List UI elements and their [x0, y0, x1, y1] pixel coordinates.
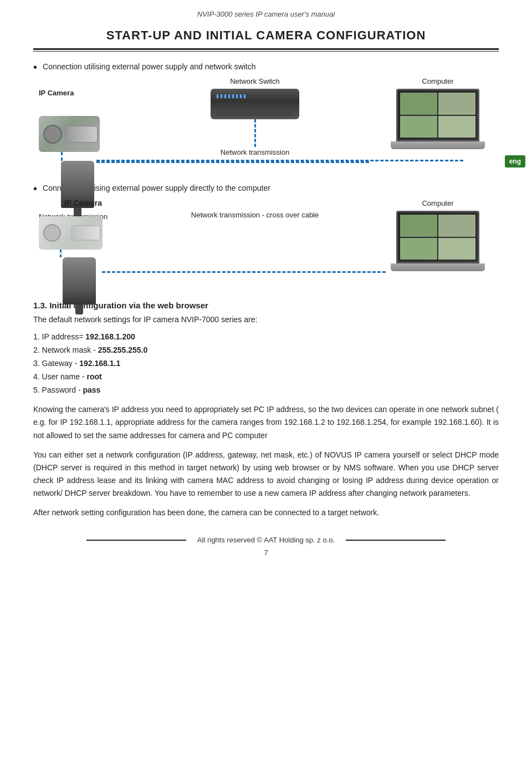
setting-5: 5. Password - pass	[33, 384, 499, 396]
laptop-base-1	[391, 141, 485, 149]
eng-badge: eng	[505, 155, 525, 167]
ip-camera-label-2: IP Camera	[39, 199, 127, 207]
diagram2: IP Camera Computer Network transmi	[33, 199, 499, 273]
laptop-screen-1	[396, 89, 479, 141]
footer: All rights reserved © AAT Holding sp. z …	[33, 536, 499, 544]
network-switch-label: Network Switch	[205, 77, 305, 85]
footer-rule-left	[86, 540, 186, 541]
footer-text: All rights reserved © AAT Holding sp. z …	[197, 536, 335, 544]
setting-4: 4. User name - root	[33, 371, 499, 383]
doc-title: NVIP-3000 series IP camera user's manual	[33, 10, 499, 18]
network-transmission-crossover-label: Network transmission - cross over cable	[191, 211, 319, 219]
para-2: You can either set a network configurati…	[33, 449, 499, 500]
bullet-icon-1: •	[33, 60, 37, 74]
setting-1: 1. IP address= 192.168.1.200	[33, 331, 499, 343]
para-3: After network setting configuration has …	[33, 506, 499, 519]
psu-image-2	[63, 257, 96, 304]
switch-image	[211, 89, 299, 119]
bullet-item-1: • Connection utilising external power su…	[33, 62, 499, 74]
section-title: START-UP AND INITIAL CAMERA CONFIGURATIO…	[33, 28, 499, 43]
ip-camera-label-1: IP Camera	[39, 89, 74, 97]
camera-image-1	[39, 116, 100, 152]
diagram1: Network Switch Computer IP Camera	[33, 77, 499, 163]
setting-3: 3. Gateway - 192.168.1.1	[33, 358, 499, 369]
camera-image-2	[39, 216, 103, 250]
computer-label-1: Computer	[382, 77, 493, 85]
network-transmission-center-label: Network transmission	[221, 148, 289, 156]
setting-2: 2. Network mask - 255.255.255.0	[33, 344, 499, 356]
laptop-base-2	[391, 263, 485, 271]
default-settings-intro: The default network settings for IP came…	[33, 313, 499, 326]
footer-rule-right	[346, 540, 446, 541]
hdash-diag2	[102, 271, 386, 273]
para-1: Knowing the camera's IP address you need…	[33, 403, 499, 441]
vdash-center	[254, 119, 256, 147]
computer-label-2: Computer	[382, 199, 493, 207]
page-number: 7	[33, 549, 499, 557]
settings-list: 1. IP address= 192.168.1.200 2. Network …	[33, 331, 499, 396]
laptop-image-1	[391, 89, 485, 161]
laptop-screen-2	[396, 211, 479, 263]
laptop-image-2	[391, 211, 485, 283]
bullet-text-1: Connection utilising external power supp…	[43, 62, 255, 73]
